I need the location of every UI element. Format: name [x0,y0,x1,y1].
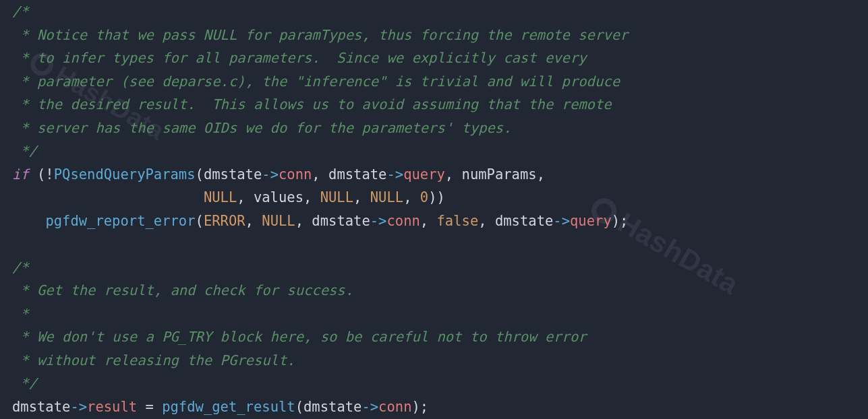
comment-line: */ [12,143,37,159]
member: query [403,166,445,183]
punct: , [245,213,262,229]
arrow-op: -> [553,213,570,229]
number: 0 [420,189,428,205]
constant-error: ERROR [204,213,245,229]
constant-false: false [437,213,479,229]
code-block[interactable]: /* * Notice that we pass NULL for paramT… [0,0,868,418]
arrow-op: -> [386,166,403,183]
punct: ( [196,213,204,229]
comment-line: * Get the result, and check for success. [12,282,353,298]
arrow-op: -> [361,399,378,415]
arrow-op: -> [370,213,387,229]
indent [12,213,45,229]
comment-line: * without releasing the PGresult. [12,352,295,368]
member: result [87,399,137,415]
arrow-op: -> [70,399,87,415]
member: conn [378,399,411,415]
comment-line: * server has the same OIDs we do for the… [12,120,512,136]
punct: )) [428,189,445,205]
punct: ( [196,166,204,183]
punct: , [537,166,545,183]
punct: ); [612,213,629,229]
identifier: numParams [462,166,537,183]
punct: , [403,189,420,205]
identifier: dmstate [204,166,262,183]
identifier: dmstate [12,399,70,415]
constant-null: NULL [320,189,353,205]
comment-line: * Notice that we pass NULL for paramType… [12,27,628,43]
identifier: dmstate [312,213,370,229]
constant-null: NULL [262,213,295,229]
constant-null: NULL [370,189,403,205]
punct: ( [295,399,303,415]
punct: (! [29,166,54,183]
fn-call: pgfdw_report_error [45,213,195,229]
arrow-op: -> [262,166,279,183]
constant-null: NULL [204,189,237,205]
fn-call: PQsendQueryParams [54,166,196,183]
punct: , [353,189,370,205]
comment-line: * to infer types for all parameters. Sin… [12,50,587,66]
punct: , [312,166,328,183]
punct: , [420,213,437,229]
punct: , [295,213,312,229]
identifier: dmstate [303,399,361,415]
comment-line: */ [12,375,37,391]
identifier: dmstate [328,166,386,183]
member: query [570,213,612,229]
comment-line: /* [12,3,29,20]
comment-line: * [12,306,29,322]
member: conn [279,166,312,183]
comment-line: /* [12,259,29,276]
punct [12,189,204,205]
identifier: values [254,189,303,205]
punct: ); [411,399,428,415]
comment-line: * We don't use a PG_TRY block here, so b… [12,329,587,345]
comment-line: * the desired result. This allows us to … [12,96,612,112]
member: conn [386,213,419,229]
punct: = [137,399,162,415]
comment-line: * parameter (see deparse.c), the "infere… [12,73,620,90]
punct: , [478,213,495,229]
fn-call: pgfdw_get_result [162,399,295,415]
punct: , [303,189,320,205]
identifier: dmstate [495,213,553,229]
punct: , [445,166,462,183]
keyword-if: if [12,166,29,183]
punct: , [237,189,254,205]
